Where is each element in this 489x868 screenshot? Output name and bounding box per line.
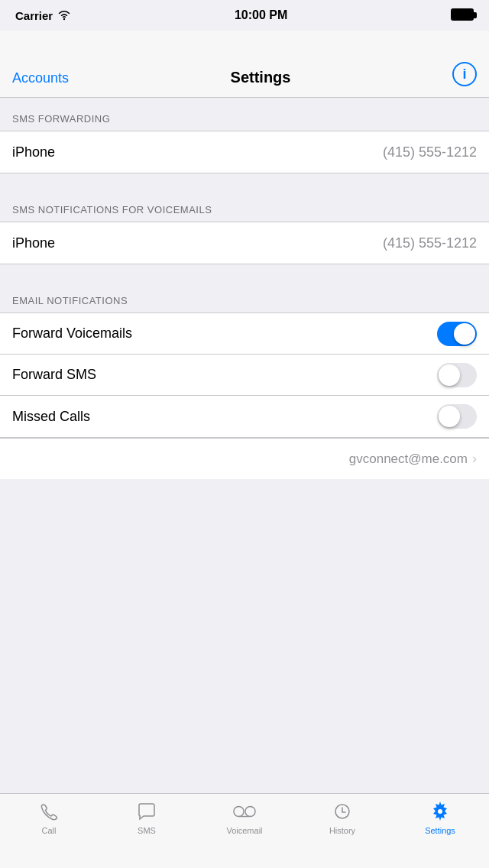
phone-number-2: (415) 555-1212 xyxy=(383,235,477,251)
tab-bar: Call SMS Voicemail History xyxy=(0,793,489,868)
svg-point-7 xyxy=(438,809,442,814)
table-row[interactable]: iPhone (415) 555-1212 xyxy=(0,222,489,264)
svg-point-2 xyxy=(245,806,255,816)
carrier-wifi: Carrier xyxy=(15,9,71,22)
sms-notifications-header: SMS NOTIFICATIONS FOR VOICEMAILS xyxy=(0,189,489,222)
tab-voicemail[interactable]: Voicemail xyxy=(196,800,293,835)
sms-forwarding-header: SMS FORWARDING xyxy=(0,98,489,131)
missed-calls-toggle[interactable] xyxy=(437,404,477,429)
spacer-2 xyxy=(0,264,489,280)
table-row[interactable]: iPhone (415) 555-1212 xyxy=(0,131,489,173)
forward-voicemails-row: Forward Voicemails xyxy=(0,313,489,355)
sms-notifications-section: iPhone (415) 555-1212 xyxy=(0,222,489,264)
bottom-spacer xyxy=(0,479,489,555)
tab-call[interactable]: Call xyxy=(0,800,98,835)
status-time: 10:00 PM xyxy=(235,8,287,22)
carrier-label: Carrier xyxy=(15,9,53,22)
tab-sms[interactable]: SMS xyxy=(98,800,196,835)
email-notifications-section: Forward Voicemails Forward SMS Missed Ca… xyxy=(0,313,489,438)
spacer-1 xyxy=(0,173,489,189)
missed-calls-label: Missed Calls xyxy=(12,409,90,425)
info-button[interactable]: i xyxy=(452,62,477,86)
phone-number-1: (415) 555-1212 xyxy=(383,144,477,160)
status-bar: Carrier 10:00 PM xyxy=(0,0,489,31)
forward-sms-toggle[interactable] xyxy=(437,363,477,387)
email-address: gvconnect@me.com xyxy=(349,452,468,467)
voicemail-icon xyxy=(233,800,256,823)
email-notifications-header: EMAIL NOTIFICATIONS xyxy=(0,280,489,313)
forward-voicemails-toggle[interactable] xyxy=(437,322,477,346)
chevron-right-icon: › xyxy=(472,451,477,467)
svg-point-1 xyxy=(234,806,244,816)
nav-bar: Accounts Settings i xyxy=(0,31,489,98)
iphone-label-2: iPhone xyxy=(12,235,55,251)
iphone-label-1: iPhone xyxy=(12,144,55,160)
call-tab-label: Call xyxy=(42,826,57,835)
nav-title: Settings xyxy=(231,69,291,86)
forward-sms-row: Forward SMS xyxy=(0,355,489,396)
battery-indicator xyxy=(451,8,474,23)
forward-voicemails-label: Forward Voicemails xyxy=(12,326,132,342)
svg-point-0 xyxy=(63,18,65,20)
sms-forwarding-section: iPhone (415) 555-1212 xyxy=(0,131,489,173)
forward-sms-label: Forward SMS xyxy=(12,367,96,383)
settings-tab-label: Settings xyxy=(425,826,455,835)
email-row[interactable]: gvconnect@me.com › xyxy=(0,438,489,479)
missed-calls-row: Missed Calls xyxy=(0,396,489,437)
settings-content: SMS FORWARDING iPhone (415) 555-1212 SMS… xyxy=(0,98,489,555)
sms-icon xyxy=(135,800,158,823)
call-icon xyxy=(37,800,60,823)
settings-icon xyxy=(429,800,452,823)
info-icon: i xyxy=(462,66,466,83)
tab-settings[interactable]: Settings xyxy=(391,800,489,835)
sms-tab-label: SMS xyxy=(138,826,156,835)
back-button[interactable]: Accounts xyxy=(12,70,69,86)
voicemail-tab-label: Voicemail xyxy=(226,826,262,835)
tab-history[interactable]: History xyxy=(293,800,391,835)
history-tab-label: History xyxy=(329,826,355,835)
wifi-icon xyxy=(57,10,71,21)
history-icon xyxy=(331,800,354,823)
